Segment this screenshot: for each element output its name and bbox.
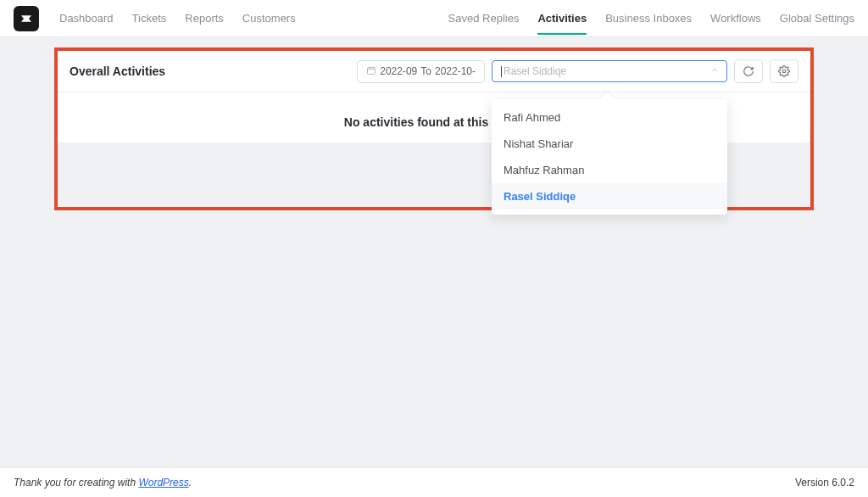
date-from: 2022-09 bbox=[380, 65, 417, 77]
agent-dropdown: Rafi Ahmed Nishat Shariar Mahfuz Rahman … bbox=[492, 99, 727, 215]
nav-business-inboxes[interactable]: Business Inboxes bbox=[605, 2, 692, 35]
agent-select-wrap: Rasel Siddiqe Rafi Ahmed Nishat Shariar … bbox=[492, 60, 727, 82]
logo-icon bbox=[19, 11, 34, 26]
agent-select-placeholder: Rasel Siddiqe bbox=[504, 65, 566, 77]
footer-version: Version 6.0.2 bbox=[795, 477, 854, 489]
nav-activities[interactable]: Activities bbox=[537, 2, 587, 35]
svg-rect-0 bbox=[368, 67, 376, 74]
top-navigation: Dashboard Tickets Reports Customers Save… bbox=[0, 0, 868, 37]
date-range-picker[interactable]: 2022-09 To 2022-10- bbox=[357, 60, 485, 83]
footer-suffix: . bbox=[189, 477, 192, 489]
nav-workflows[interactable]: Workflows bbox=[710, 2, 761, 35]
footer-prefix: Thank you for creating with bbox=[14, 477, 138, 489]
nav-global-settings[interactable]: Global Settings bbox=[780, 2, 854, 35]
panel-title: Overall Activities bbox=[70, 64, 350, 78]
app-logo[interactable] bbox=[14, 6, 39, 31]
text-cursor bbox=[501, 66, 502, 77]
nav-dashboard[interactable]: Dashboard bbox=[59, 2, 114, 35]
refresh-button[interactable] bbox=[734, 59, 763, 83]
date-separator: To bbox=[420, 65, 431, 77]
footer-wordpress-link[interactable]: WordPress bbox=[138, 477, 188, 489]
nav-tickets[interactable]: Tickets bbox=[132, 2, 167, 35]
dropdown-option-selected[interactable]: Rasel Siddiqe bbox=[492, 183, 727, 209]
nav-customers[interactable]: Customers bbox=[242, 2, 296, 35]
gear-icon bbox=[778, 65, 790, 77]
activities-panel: Overall Activities 2022-09 To 2022-10- R… bbox=[58, 51, 810, 142]
nav-left-group: Dashboard Tickets Reports Customers bbox=[59, 2, 296, 35]
refresh-icon bbox=[743, 65, 754, 77]
calendar-icon bbox=[366, 65, 376, 78]
footer: Thank you for creating with WordPress. V… bbox=[0, 467, 868, 497]
dropdown-option[interactable]: Rafi Ahmed bbox=[492, 104, 727, 131]
highlighted-region: Overall Activities 2022-09 To 2022-10- R… bbox=[54, 47, 814, 210]
nav-reports[interactable]: Reports bbox=[185, 2, 224, 35]
dropdown-option[interactable]: Nishat Shariar bbox=[492, 131, 727, 157]
svg-point-1 bbox=[782, 70, 786, 73]
dropdown-option[interactable]: Mahfuz Rahman bbox=[492, 157, 727, 183]
chevron-up-icon bbox=[710, 65, 720, 77]
agent-select[interactable]: Rasel Siddiqe bbox=[492, 60, 727, 82]
footer-credit: Thank you for creating with WordPress. bbox=[14, 477, 192, 489]
date-to: 2022-10- bbox=[435, 65, 476, 77]
settings-button[interactable] bbox=[770, 59, 798, 83]
nav-saved-replies[interactable]: Saved Replies bbox=[448, 2, 520, 35]
nav-right-group: Saved Replies Activities Business Inboxe… bbox=[448, 2, 854, 35]
panel-header: Overall Activities 2022-09 To 2022-10- R… bbox=[58, 51, 810, 92]
